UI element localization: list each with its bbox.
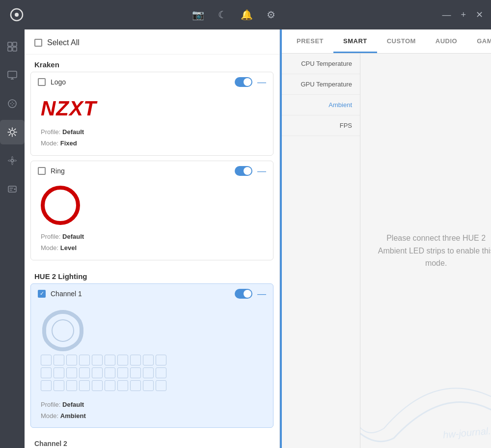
channel1-collapse-btn[interactable]: — xyxy=(257,289,266,298)
tab-preset[interactable]: PRESET xyxy=(287,29,333,53)
channel1-profile-value: Default xyxy=(62,401,84,408)
svg-point-10 xyxy=(10,103,11,104)
select-all-label: Select All xyxy=(47,38,80,47)
svg-rect-6 xyxy=(8,71,17,78)
led-cell xyxy=(130,355,141,365)
svg-point-25 xyxy=(14,189,16,190)
logo-collapse-btn[interactable]: — xyxy=(257,78,266,86)
ring-device-header: Ring — xyxy=(31,161,273,181)
smart-menu-cpu-temp[interactable]: CPU Temperature xyxy=(282,54,360,74)
tab-smart[interactable]: SMART xyxy=(333,29,377,53)
led-cell xyxy=(143,355,154,365)
led-cell xyxy=(156,380,166,391)
smart-menu-fps[interactable]: FPS xyxy=(282,115,360,136)
led-row-3 xyxy=(41,380,263,391)
channel2-name: Channel 2 xyxy=(34,440,67,448)
led-cell xyxy=(156,355,166,365)
smart-menu-gpu-temp[interactable]: GPU Temperature xyxy=(282,74,360,95)
led-cell xyxy=(79,355,90,365)
sidebar-item-dashboard[interactable] xyxy=(0,34,25,59)
logo-device-header: Logo — xyxy=(31,72,273,92)
logo-device-name: Logo xyxy=(51,78,235,86)
ring-collapse-btn[interactable]: — xyxy=(257,167,266,175)
window-controls: — + ✕ xyxy=(442,9,483,20)
svg-point-23 xyxy=(11,160,14,162)
led-cell xyxy=(66,367,77,378)
channel1-led-grid xyxy=(41,355,263,391)
led-cell xyxy=(130,367,141,378)
led-cell xyxy=(117,380,128,391)
smart-submenu: CPU Temperature GPU Temperature Ambient … xyxy=(282,54,360,448)
logo-profile: Profile: Default Mode: Fixed xyxy=(31,123,273,155)
svg-rect-5 xyxy=(13,47,17,51)
sidebar-item-fan[interactable] xyxy=(0,148,25,173)
ring-mode-value: Level xyxy=(60,244,77,252)
channel1-device-item: ✓ Channel 1 — xyxy=(30,283,273,428)
hue2-section-header: HUE 2 Lighting xyxy=(25,265,279,283)
logo-device-item: Logo — NZXT Profile: Default Mode: Fixed xyxy=(30,72,273,156)
ring-visual xyxy=(31,181,273,228)
logo-checkbox[interactable] xyxy=(38,78,46,86)
select-all-row: Select All xyxy=(25,29,279,55)
led-cell xyxy=(54,355,64,365)
titlebar-actions: 📷 ☾ 🔔 ⚙ xyxy=(192,9,275,21)
logo-visual: NZXT xyxy=(31,92,273,123)
logo-toggle[interactable] xyxy=(235,77,252,87)
channel2-row: Channel 2 xyxy=(25,433,279,448)
led-cell xyxy=(92,380,103,391)
led-row-1 xyxy=(41,355,263,365)
maximize-button[interactable]: + xyxy=(461,10,466,20)
led-cell xyxy=(54,380,64,391)
channel1-name: Channel 1 xyxy=(51,290,235,298)
svg-rect-3 xyxy=(13,42,17,46)
led-cell xyxy=(66,355,77,365)
channel1-mode-label: Mode: xyxy=(41,412,58,420)
device-list: Select All Kraken Logo — NZXT xyxy=(25,29,280,448)
channel1-visual xyxy=(31,304,273,396)
channel1-mode-value: Ambient xyxy=(60,412,86,420)
led-cell xyxy=(105,355,115,365)
titlebar: 📷 ☾ 🔔 ⚙ — + ✕ xyxy=(0,0,491,29)
settings-icon[interactable]: ⚙ xyxy=(267,9,275,21)
tab-audio[interactable]: AUDIO xyxy=(426,29,467,53)
led-cell xyxy=(156,367,166,378)
svg-point-13 xyxy=(12,105,13,106)
led-cell xyxy=(117,355,128,365)
led-cell xyxy=(92,355,103,365)
kraken-section-header: Kraken xyxy=(25,55,279,72)
ambient-message: Please connect three HUE 2 Ambient LED s… xyxy=(375,232,491,270)
ring-checkbox[interactable] xyxy=(38,167,46,175)
led-cell xyxy=(79,380,90,391)
main-layout: Select All Kraken Logo — NZXT xyxy=(0,29,491,448)
led-row-2 xyxy=(41,367,263,378)
close-button[interactable]: ✕ xyxy=(476,9,483,20)
svg-point-9 xyxy=(8,100,16,108)
led-cell xyxy=(92,367,103,378)
smart-menu-ambient[interactable]: Ambient xyxy=(282,95,360,115)
right-content: CPU Temperature GPU Temperature Ambient … xyxy=(282,54,491,448)
sidebar-item-monitor[interactable] xyxy=(0,63,25,87)
svg-rect-2 xyxy=(8,42,12,46)
content-area: Select All Kraken Logo — NZXT xyxy=(25,29,491,448)
led-cell xyxy=(105,367,115,378)
moon-icon[interactable]: ☾ xyxy=(218,9,227,21)
sidebar-item-storage[interactable] xyxy=(0,177,25,201)
right-main-content: Please connect three HUE 2 Ambient LED s… xyxy=(360,54,491,448)
tab-game[interactable]: GAME xyxy=(467,29,491,53)
select-all-checkbox[interactable] xyxy=(34,39,42,47)
ring-profile: Profile: Default Mode: Level xyxy=(31,228,273,260)
sidebar xyxy=(0,29,25,448)
bell-icon[interactable]: 🔔 xyxy=(241,9,253,21)
svg-line-21 xyxy=(15,129,16,130)
led-cell xyxy=(54,367,64,378)
minimize-button[interactable]: — xyxy=(442,10,451,20)
tab-custom[interactable]: CUSTOM xyxy=(377,29,426,53)
sidebar-item-gaming[interactable] xyxy=(0,91,25,116)
channel1-toggle[interactable] xyxy=(235,289,252,299)
ring-mode-label: Mode: xyxy=(41,244,58,252)
ring-toggle[interactable] xyxy=(235,166,252,176)
camera-icon[interactable]: 📷 xyxy=(192,9,204,21)
sidebar-item-lighting[interactable] xyxy=(0,120,25,144)
nzxt-logo: NZXT xyxy=(41,97,97,120)
channel1-checkbox[interactable]: ✓ xyxy=(38,290,46,298)
